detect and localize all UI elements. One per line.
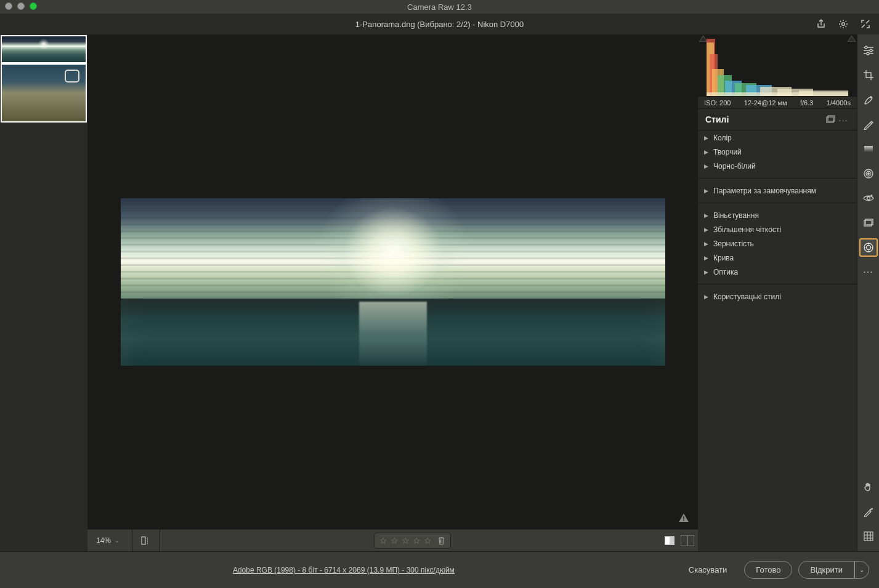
- meta-iso: ISO: 200: [704, 99, 731, 107]
- window-close-button[interactable]: [5, 2, 12, 10]
- fullscreen-icon[interactable]: [859, 18, 872, 30]
- mac-titlebar: Camera Raw 12.3: [0, 0, 879, 14]
- before-after-split-button[interactable]: [681, 535, 694, 546]
- heal-brush-icon[interactable]: [860, 91, 877, 108]
- preset-group-user[interactable]: ▶Користувацькі стилі: [698, 289, 857, 304]
- adjustments-panel: ISO: 200 12-24@12 мм f/6.3 1/4000s Стилі…: [698, 34, 857, 551]
- cancel-button[interactable]: Скасувати: [678, 562, 739, 578]
- thumbnail-2[interactable]: [1, 64, 86, 122]
- canvas-area: 14% ⌄ ☆ ☆ ☆ ☆ ☆: [87, 34, 698, 551]
- redeye-icon[interactable]: [860, 190, 877, 207]
- meta-lens: 12-24@12 мм: [744, 99, 787, 107]
- triangle-right-icon: ▶: [704, 212, 708, 219]
- triangle-right-icon: ▶: [704, 255, 708, 261]
- traffic-lights: [5, 2, 37, 10]
- panel-header: Стилі ···: [698, 108, 857, 131]
- separator: [132, 530, 132, 552]
- triangle-right-icon: ▶: [704, 294, 708, 300]
- thumbnail-1[interactable]: [1, 36, 86, 63]
- preset-group-creative[interactable]: ▶Творчий: [698, 145, 857, 159]
- open-split-button: Відкрити ⌄: [798, 561, 869, 579]
- star-3[interactable]: ☆: [402, 536, 410, 546]
- svg-point-8: [867, 52, 869, 55]
- graduated-filter-icon[interactable]: [860, 140, 877, 158]
- image-canvas[interactable]: [87, 34, 698, 529]
- more-icon[interactable]: ···: [837, 113, 849, 126]
- preset-group-color[interactable]: ▶Колір: [698, 131, 857, 145]
- svg-point-17: [864, 243, 873, 252]
- preset-label: Колір: [713, 134, 732, 142]
- photo-metadata: ISO: 200 12-24@12 мм f/6.3 1/4000s: [698, 96, 857, 108]
- preset-group-grain[interactable]: ▶Зернистість: [698, 236, 857, 251]
- hand-tool-icon[interactable]: [860, 478, 877, 496]
- fit-grid-button[interactable]: [137, 532, 155, 549]
- preset-group-optics[interactable]: ▶Оптика: [698, 265, 857, 279]
- triangle-right-icon: ▶: [704, 269, 708, 275]
- grid-toggle-icon[interactable]: [860, 528, 877, 545]
- separator: [160, 530, 160, 552]
- export-icon[interactable]: [815, 18, 827, 30]
- histogram[interactable]: [698, 34, 857, 96]
- triangle-right-icon: ▶: [704, 163, 708, 169]
- meta-aperture: f/6.3: [800, 99, 813, 107]
- star-4[interactable]: ☆: [413, 536, 421, 546]
- meta-shutter: 1/4000s: [827, 99, 851, 107]
- window-minimize-button[interactable]: [17, 2, 25, 10]
- zoom-dropdown[interactable]: 14% ⌄: [91, 536, 127, 545]
- zoom-value: 14%: [96, 536, 111, 545]
- svg-point-9: [870, 97, 872, 98]
- rating-bar: ☆ ☆ ☆ ☆ ☆: [374, 533, 451, 549]
- open-button[interactable]: Відкрити: [798, 561, 854, 579]
- preset-label: Параметри за замовчуванням: [713, 187, 816, 195]
- preset-group-bw[interactable]: ▶Чорно-білий: [698, 159, 857, 173]
- triangle-right-icon: ▶: [704, 135, 708, 141]
- preset-label: Користувацькі стилі: [713, 292, 781, 301]
- warning-icon: [678, 513, 689, 523]
- trash-icon[interactable]: [437, 536, 445, 545]
- snapshots-icon[interactable]: [860, 214, 877, 232]
- canvas-toolbar: 14% ⌄ ☆ ☆ ☆ ☆ ☆: [87, 529, 698, 551]
- adjustment-brush-icon[interactable]: [860, 116, 877, 133]
- sun-reflection: [359, 302, 427, 365]
- preset-label: Зернистість: [713, 240, 754, 248]
- svg-rect-2: [683, 520, 684, 522]
- svg-point-14: [867, 197, 870, 200]
- star-1[interactable]: ☆: [379, 536, 387, 546]
- more-tools-icon[interactable]: ···: [860, 264, 877, 281]
- preset-group-curve[interactable]: ▶Крива: [698, 251, 857, 265]
- separator: [698, 284, 857, 284]
- workflow-options-link[interactable]: Adobe RGB (1998) - 8 біт - 6714 x 2069 (…: [10, 566, 678, 574]
- svg-point-18: [866, 246, 870, 250]
- presets-icon[interactable]: [860, 239, 877, 256]
- edit-sliders-icon[interactable]: [860, 42, 877, 59]
- svg-point-7: [870, 49, 872, 52]
- window-title: Camera Raw 12.3: [407, 2, 472, 12]
- before-after-single-button[interactable]: [665, 536, 674, 545]
- preset-label: Творчий: [713, 148, 742, 156]
- preset-label: Оптика: [713, 268, 738, 276]
- triangle-right-icon: ▶: [704, 227, 708, 233]
- preset-label: Віньєтування: [713, 211, 759, 220]
- file-title: 1-Panorama.dng (Вибрано: 2/2) - Nikon D7…: [0, 20, 879, 29]
- star-5[interactable]: ☆: [424, 536, 432, 546]
- triangle-right-icon: ▶: [704, 149, 708, 155]
- settings-icon[interactable]: [837, 18, 849, 30]
- separator: [698, 178, 857, 179]
- color-sampler-icon[interactable]: [860, 503, 877, 520]
- preset-group-defaults[interactable]: ▶Параметри за замовчуванням: [698, 183, 857, 198]
- highlight-clip-icon[interactable]: [848, 36, 856, 42]
- preset-group-vignette[interactable]: ▶Віньєтування: [698, 208, 857, 222]
- window-maximize-button[interactable]: [30, 2, 37, 10]
- new-preset-icon[interactable]: [825, 113, 837, 126]
- photo-preview: [121, 198, 665, 366]
- open-dropdown-button[interactable]: ⌄: [854, 561, 869, 579]
- radial-filter-icon[interactable]: [860, 165, 877, 182]
- preset-label: Чорно-білий: [713, 162, 756, 171]
- crop-icon[interactable]: [860, 66, 877, 84]
- separator: [698, 203, 857, 203]
- star-2[interactable]: ☆: [391, 536, 399, 546]
- preset-group-sharpen[interactable]: ▶Збільшення чіткості: [698, 222, 857, 236]
- thumbnail-image: [2, 36, 86, 62]
- footer-bar: Adobe RGB (1998) - 8 біт - 6714 x 2069 (…: [0, 551, 879, 588]
- done-button[interactable]: Готово: [744, 561, 792, 579]
